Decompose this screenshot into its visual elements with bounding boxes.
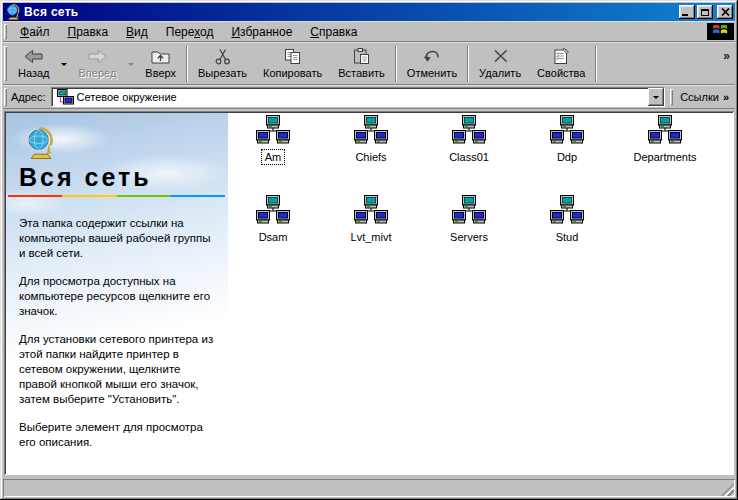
maximize-button[interactable] — [697, 5, 713, 19]
rule-segment — [8, 195, 62, 197]
paste-icon — [350, 47, 373, 66]
delete-icon — [489, 47, 512, 66]
network-item[interactable]: Class01 — [420, 114, 518, 194]
menu-bar: ФайлПравкаВидПереходИзбранноеСправка — [3, 21, 735, 42]
menu-item[interactable]: Правка — [59, 23, 118, 41]
network-item-label: Dsam — [255, 229, 292, 245]
minimize-button[interactable] — [679, 5, 695, 19]
network-item-label: Servers — [446, 229, 492, 245]
chevron-down-icon — [61, 63, 67, 69]
menu-item[interactable]: Справка — [301, 23, 366, 41]
address-value: Сетевое окружение — [77, 91, 649, 103]
back-dropdown-button[interactable] — [58, 45, 71, 83]
network-neighborhood-icon — [57, 89, 74, 105]
network-item[interactable]: Stud — [518, 194, 616, 274]
chevron-down-icon — [653, 96, 659, 102]
toolbar-button-label: Отменить — [407, 67, 457, 79]
toolbar-button-label: Вставить — [338, 67, 385, 79]
toolbar-button-label: Вырезать — [198, 67, 247, 79]
close-icon — [721, 8, 730, 16]
windows-logo-icon — [711, 21, 730, 42]
toolbar-button-label: Назад — [18, 67, 50, 79]
panel-title: Вся сеть — [19, 163, 152, 192]
menu-band-gripper[interactable] — [4, 24, 7, 39]
network-item[interactable]: Departments — [616, 114, 714, 194]
network-item-label: Lvt_mivt — [347, 229, 396, 245]
icon-grid-row: Am Chiefs Class01 — [224, 114, 714, 194]
network-item-label: Chiefs — [351, 149, 390, 165]
minimize-icon — [682, 14, 688, 16]
copy-button[interactable]: Копировать — [255, 45, 330, 83]
menu-item[interactable]: Переход — [157, 23, 223, 41]
close-button[interactable] — [717, 5, 733, 19]
network-item-label: Stud — [552, 229, 583, 245]
network-item[interactable]: Ddp — [518, 114, 616, 194]
undo-button[interactable]: Отменить — [399, 45, 465, 83]
toolbar-button-label: Копировать — [263, 67, 322, 79]
status-bar — [3, 479, 735, 497]
paste-button[interactable]: Вставить — [330, 45, 393, 83]
cut-icon — [211, 47, 234, 66]
properties-button[interactable]: Свойства — [529, 45, 593, 83]
network-item[interactable]: Servers — [420, 194, 518, 274]
panel-paragraph: Для просмотра доступных на компьютере ре… — [19, 274, 219, 319]
colored-rule — [8, 195, 225, 197]
delete-button[interactable]: Удалить — [471, 45, 529, 83]
toolbar-button-label: Удалить — [479, 67, 521, 79]
toolbar-separator — [395, 46, 397, 82]
toolbar: Назад Вперед Вверх Вырезать Копировать — [3, 42, 735, 85]
links-band-gripper[interactable] — [670, 89, 673, 105]
globe-icon — [6, 4, 21, 20]
workgroup-icon — [452, 115, 486, 147]
toolbar-separator — [467, 46, 469, 82]
resize-grip[interactable] — [721, 483, 734, 496]
network-item[interactable]: Dsam — [224, 194, 322, 274]
address-input[interactable]: Сетевое окружение — [51, 87, 666, 107]
workgroup-icon — [550, 195, 584, 227]
window-title: Вся сеть — [24, 5, 677, 19]
up-button[interactable]: Вверх — [137, 45, 184, 83]
network-item-label: Ddp — [553, 149, 581, 165]
back-button[interactable]: Назад — [10, 45, 71, 83]
address-band-gripper[interactable] — [4, 88, 7, 106]
webview-info-panel: Вся сеть Эта папка содержит ссылки на ко… — [6, 113, 228, 473]
forward-button[interactable]: Вперед — [71, 45, 138, 83]
rule-segment — [171, 195, 225, 197]
toolbar-button-label: Свойства — [537, 67, 585, 79]
network-item[interactable]: Chiefs — [322, 114, 420, 194]
toolbar-separator — [186, 46, 188, 82]
rule-segment — [62, 195, 116, 197]
workgroup-icon — [550, 115, 584, 147]
workgroup-icon — [354, 195, 388, 227]
globe-icon-large — [26, 127, 56, 160]
menu-item[interactable]: Файл — [11, 23, 59, 41]
cut-button[interactable]: Вырезать — [190, 45, 255, 83]
status-text — [3, 483, 9, 495]
title-bar[interactable]: Вся сеть — [3, 3, 735, 21]
menu-item[interactable]: Вид — [117, 23, 157, 41]
toolbar-overflow-chevron[interactable]: » — [723, 49, 730, 63]
toolbar-band-gripper[interactable] — [4, 46, 7, 81]
address-dropdown-button[interactable] — [648, 88, 664, 106]
links-band[interactable]: Ссылки » — [669, 87, 735, 107]
brand-logo — [707, 23, 734, 40]
workgroup-icon — [452, 195, 486, 227]
links-chevron[interactable]: » — [723, 91, 729, 103]
toolbar-separator — [595, 46, 597, 82]
rule-segment — [117, 195, 171, 197]
up-icon — [149, 47, 172, 66]
toolbar-button-label: Вверх — [145, 67, 176, 79]
network-item-label: Am — [261, 149, 286, 165]
panel-paragraph: Выберите элемент для просмотра его описа… — [19, 420, 219, 450]
network-item[interactable]: Lvt_mivt — [322, 194, 420, 274]
network-item-label: Departments — [630, 149, 701, 165]
workgroup-icon — [256, 115, 290, 147]
explorer-window: Вся сеть ФайлПравкаВидПереходИзбранноеСп… — [0, 0, 738, 500]
workgroup-icon — [256, 195, 290, 227]
network-item[interactable]: Am — [224, 114, 322, 194]
forward-dropdown-button[interactable] — [124, 45, 137, 83]
workgroup-icon — [648, 115, 682, 147]
panel-paragraph: Эта папка содержит ссылки на компьютеры … — [19, 216, 219, 261]
menu-item[interactable]: Избранное — [222, 23, 301, 41]
panel-paragraph: Для установки сетевого принтера из этой … — [19, 332, 219, 407]
